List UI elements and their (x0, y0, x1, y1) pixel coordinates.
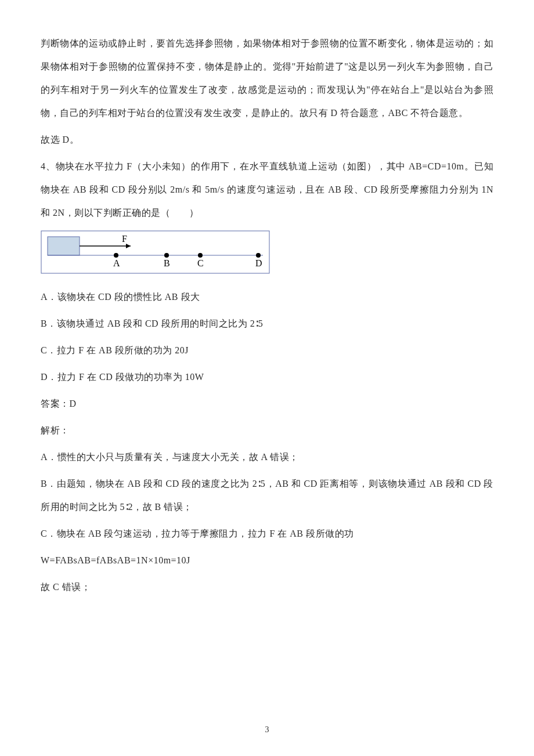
document-page: 判断物体的运动或静止时，要首先选择参照物，如果物体相对于参照物的位置不断变化，物… (0, 0, 534, 756)
svg-point-7 (198, 253, 203, 258)
figure-label-D: D (255, 258, 262, 268)
option-c: C．拉力 F 在 AB 段所做的功为 20J (41, 339, 493, 362)
explanation-c-line1: C．物块在 AB 段匀速运动，拉力等于摩擦阻力，拉力 F 在 AB 段所做的功 (41, 522, 493, 545)
figure-label-A: A (113, 258, 120, 268)
option-b: B．该物块通过 AB 段和 CD 段所用的时间之比为 2∶5 (41, 312, 493, 335)
figure-label-C: C (197, 258, 204, 268)
figure-label-F: F (122, 234, 127, 244)
option-d: D．拉力 F 在 CD 段做功的功率为 10W (41, 366, 493, 389)
explanation-b: B．由题知，物块在 AB 段和 CD 段的速度之比为 2∶5，AB 和 CD 距… (41, 472, 493, 519)
conclusion-prev-answer: 故选 D。 (41, 128, 493, 151)
explanation-c-equation: W=FABsAB=fABsAB=1N×10m=10J (41, 549, 493, 572)
question-4-figure: F A B C D (41, 230, 270, 274)
analysis-label: 解析： (41, 419, 493, 442)
svg-rect-1 (48, 237, 80, 255)
svg-point-5 (114, 253, 118, 258)
option-a: A．该物块在 CD 段的惯性比 AB 段大 (41, 285, 493, 309)
svg-point-6 (164, 253, 169, 258)
explanation-c-conclusion: 故 C 错误； (41, 576, 493, 599)
page-number: 3 (0, 719, 534, 740)
svg-marker-4 (126, 244, 131, 248)
explanation-a: A．惯性的大小只与质量有关，与速度大小无关，故 A 错误； (41, 446, 493, 469)
paragraph-explanation-prev: 判断物体的运动或静止时，要首先选择参照物，如果物体相对于参照物的位置不断变化，物… (41, 32, 493, 125)
svg-point-8 (256, 253, 261, 258)
question-4-stem: 4、物块在水平拉力 F（大小未知）的作用下，在水平直线轨道上运动（如图），其中 … (41, 155, 493, 225)
answer-line: 答案：D (41, 392, 493, 415)
figure-label-B: B (164, 258, 170, 268)
